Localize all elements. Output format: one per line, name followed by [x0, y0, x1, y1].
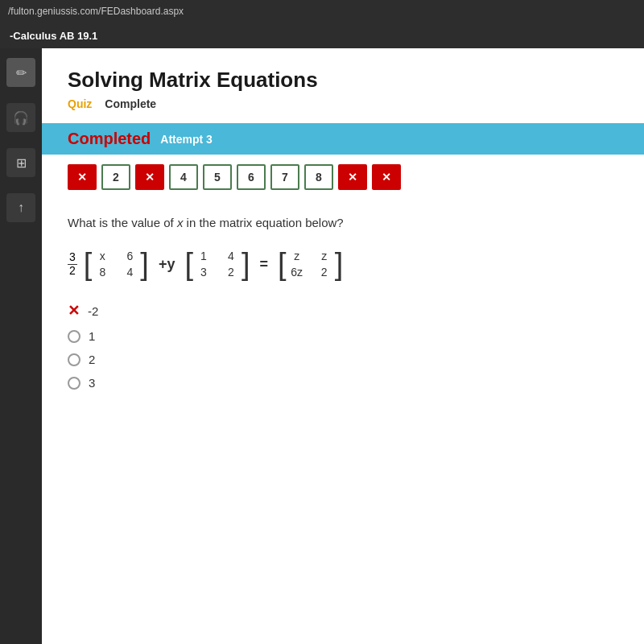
sidebar-pencil-icon[interactable]: ✏: [6, 58, 35, 87]
fraction-3-2: 3 2: [68, 251, 77, 277]
fraction-top: 3: [68, 251, 77, 264]
matrix1-bracket-right: ]: [140, 249, 149, 279]
quiz-header: Solving Matrix Equations Quiz Complete: [42, 48, 644, 123]
answer-choice-3[interactable]: 2: [68, 353, 618, 366]
sidebar-calculator-icon[interactable]: ⊞: [6, 148, 35, 177]
matrix2-cell-01: 4: [224, 250, 238, 262]
answer-choice-2[interactable]: 1: [68, 329, 618, 343]
matrix3-bracket-left: [: [278, 249, 287, 279]
matrix2-cell-10: 3: [196, 266, 211, 279]
matrix2-cell-11: 2: [224, 266, 238, 279]
matrix-equation: 3 2 [ x 6 8 4 ] +y [: [68, 249, 618, 279]
main-layout: ✏ 🎧 ⊞ ↑ Solving Matrix Equations Quiz Co…: [0, 48, 644, 644]
attempt-label: Attempt 3: [160, 133, 213, 146]
matrix1-grid: x 6 8 4: [95, 250, 137, 279]
equals-sign: =: [260, 256, 269, 273]
operator-plus-y: +y: [159, 256, 175, 273]
quiz-meta-quiz-label: Quiz: [68, 97, 92, 110]
matrix3-cell-11: 2: [317, 266, 332, 279]
matrix3-cell-01: z: [317, 250, 332, 262]
nav-btn-2[interactable]: 2: [101, 164, 130, 190]
answer-choice-1[interactable]: ✕ -2: [68, 302, 618, 320]
answer-4-text: 3: [89, 376, 95, 390]
answer-4-radio: [68, 377, 80, 390]
nav-btn-7[interactable]: 7: [270, 164, 299, 190]
matrix1-cell-00: x: [95, 250, 109, 262]
nav-btn-5[interactable]: 5: [203, 164, 232, 190]
matrix3-cell-00: z: [290, 250, 304, 262]
answer-3-radio: [68, 353, 80, 366]
matrix1-cell-11: 4: [122, 266, 137, 279]
course-header: -Calculus AB 19.1: [0, 23, 644, 48]
nav-btn-10[interactable]: ✕: [372, 164, 401, 190]
matrix2-bracket-left: [: [184, 249, 193, 279]
matrix3-grid: z z 6z 2: [290, 250, 332, 279]
question-content: What is the value of x in the matrix equ…: [42, 200, 644, 406]
browser-url: /fulton.geniussis.com/FEDashboard.aspx: [8, 6, 184, 17]
nav-btn-8[interactable]: 8: [304, 164, 333, 190]
completed-label: Completed: [68, 130, 151, 148]
matrix3-wrapper: [ z z 6z 2 ]: [278, 249, 343, 279]
matrix2-grid: 1 4 3 2: [196, 250, 238, 279]
question-text: What is the value of x in the matrix equ…: [68, 216, 618, 229]
matrix2-wrapper: [ 1 4 3 2 ]: [184, 249, 250, 279]
nav-btn-9[interactable]: ✕: [338, 164, 367, 190]
sidebar: ✏ 🎧 ⊞ ↑: [0, 48, 42, 644]
matrix1-bracket-left: [: [84, 249, 93, 279]
nav-btn-3[interactable]: ✕: [135, 164, 164, 190]
nav-btn-1[interactable]: ✕: [68, 164, 97, 190]
fraction-bot: 2: [68, 265, 77, 277]
matrix1-cell-10: 8: [95, 266, 109, 279]
nav-btn-4[interactable]: 4: [169, 164, 198, 190]
quiz-title: Solving Matrix Equations: [68, 68, 618, 93]
matrix1-cell-01: 6: [122, 250, 137, 262]
sidebar-arrow-up-icon[interactable]: ↑: [6, 193, 35, 222]
nav-btn-6[interactable]: 6: [237, 164, 266, 190]
quiz-meta-complete-label: Complete: [105, 97, 156, 110]
answer-3-text: 2: [89, 353, 95, 366]
matrix2-cell-00: 1: [196, 250, 211, 262]
browser-bar: /fulton.geniussis.com/FEDashboard.aspx: [0, 0, 644, 23]
answer-2-text: 1: [89, 329, 95, 343]
answer-1-wrong-icon: ✕: [68, 302, 80, 320]
question-nav: ✕ 2 ✕ 4 5 6 7 8 ✕ ✕: [42, 155, 644, 200]
quiz-meta: Quiz Complete: [68, 97, 618, 110]
matrix3-cell-10: 6z: [290, 266, 304, 279]
matrix3-bracket-right: ]: [335, 249, 344, 279]
content-area: Solving Matrix Equations Quiz Complete C…: [42, 48, 644, 644]
answer-choices: ✕ -2 1 2 3: [68, 302, 618, 390]
sidebar-headphones-icon[interactable]: 🎧: [6, 103, 35, 132]
answer-2-radio: [68, 330, 80, 343]
answer-1-text: -2: [88, 304, 98, 318]
matrix2-bracket-right: ]: [242, 249, 250, 279]
answer-choice-4[interactable]: 3: [68, 376, 618, 390]
matrix1-wrapper: [ x 6 8 4 ]: [84, 249, 149, 279]
course-title: -Calculus AB 19.1: [10, 30, 97, 42]
completed-banner: Completed Attempt 3: [42, 123, 644, 155]
